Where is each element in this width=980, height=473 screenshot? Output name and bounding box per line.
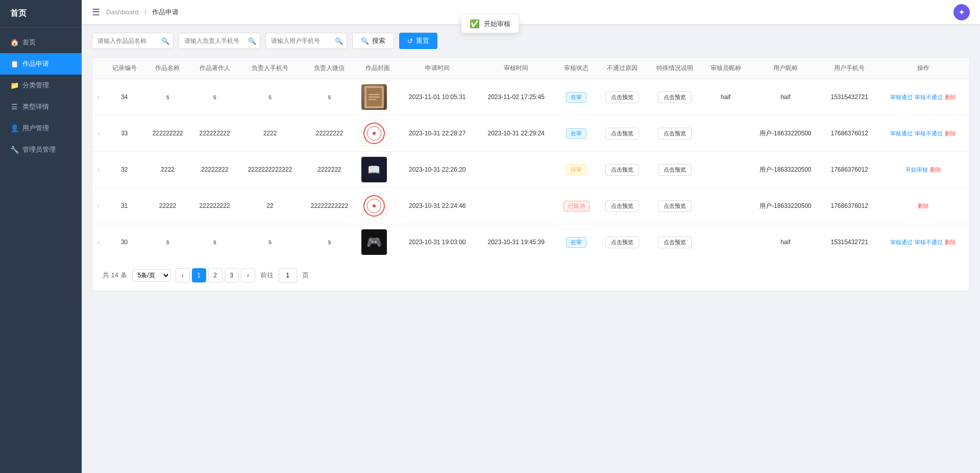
action-审核通过-link[interactable]: 审核通过 [890, 239, 913, 245]
table-header-row: 记录编号 作品名称 作品著作人 负责人手机号 负责人微信 作品封面 申请时间 审… [92, 58, 969, 79]
special-preview-btn[interactable]: 点击预览 [658, 91, 692, 103]
search-button[interactable]: 🔍 搜索 [352, 33, 394, 49]
row-expand-btn[interactable]: › [97, 203, 100, 209]
cell-user-name: 用户-18633220500 [749, 115, 822, 152]
page-1-button[interactable]: 1 [192, 268, 206, 282]
fail-reason-preview-btn[interactable]: 点击预览 [605, 200, 639, 212]
goto-input[interactable] [279, 268, 297, 282]
toast-text: 开始审核 [484, 19, 510, 29]
special-preview-btn[interactable]: 点击预览 [658, 236, 692, 248]
cell-actions: 开始审核删除 [877, 152, 969, 188]
cell-review-time: 2023-11-02 17:25:45 [477, 79, 555, 115]
breadcrumb: Dashboard / 作品申请 [104, 8, 181, 17]
sidebar-item-works[interactable]: 📋 作品申请 [0, 53, 82, 75]
cell-special: 点击预览 [648, 152, 702, 188]
cell-id: 30 [105, 224, 144, 261]
cell-author: 222222222 [191, 115, 238, 152]
sidebar-item-home[interactable]: 🏠 首页 [0, 32, 82, 53]
row-expand-btn[interactable]: › [97, 239, 100, 245]
cell-manager-wechat: s [302, 224, 357, 261]
action-删除-link[interactable]: 删除 [930, 167, 941, 173]
action-删除-link[interactable]: 删除 [918, 203, 929, 209]
cell-review-time [477, 152, 555, 188]
search-suffix-3: 🔍 [335, 37, 343, 45]
sidebar-item-home-label: 首页 [22, 38, 36, 47]
action-删除-link[interactable]: 删除 [945, 239, 956, 245]
breadcrumb-separator: / [144, 8, 146, 16]
cell-review-time: 2023-10-31 19:45:39 [477, 224, 555, 261]
cell-actions: 审核通过审核不通过删除 [877, 115, 969, 152]
row-expand-btn[interactable]: › [97, 130, 100, 136]
reset-icon: ↺ [407, 37, 413, 45]
pagination-area: 共 14 条 5条/页 10条/页 20条/页 ‹ 1 2 3 › 前往 页 [92, 260, 969, 291]
row-expand-btn[interactable]: › [97, 94, 100, 100]
fail-reason-preview-btn[interactable]: 点击预览 [605, 236, 639, 248]
menu-toggle-icon[interactable]: ☰ [92, 7, 100, 18]
action-删除-link[interactable]: 删除 [945, 94, 956, 100]
page-prev-button[interactable]: ‹ [176, 268, 190, 282]
header-right: ✦ [953, 4, 970, 20]
action-审核不通过-link[interactable]: 审核不通过 [915, 94, 943, 100]
special-preview-btn[interactable]: 点击预览 [658, 164, 692, 176]
action-审核通过-link[interactable]: 审核通过 [890, 94, 913, 100]
cell-manager-phone: s [238, 224, 302, 261]
table-row: › 32 2222 22222222 2222222222222 2222222… [92, 152, 969, 188]
header-left: ☰ Dashboard / 作品申请 [92, 7, 181, 18]
cell-cover [357, 115, 398, 152]
col-id: 记录编号 [105, 58, 144, 79]
action-删除-link[interactable]: 删除 [945, 130, 956, 136]
admin-icon: 🔧 [10, 146, 18, 154]
col-name: 作品名称 [144, 58, 191, 79]
action-开始审核-link[interactable]: 开始审核 [905, 167, 928, 173]
cell-id: 34 [105, 79, 144, 115]
special-preview-btn[interactable]: 点击预览 [658, 128, 692, 139]
avatar[interactable]: ✦ [953, 4, 970, 20]
sidebar-item-admin[interactable]: 🔧 管理员管理 [0, 139, 82, 160]
fail-reason-preview-btn[interactable]: 点击预览 [605, 164, 639, 176]
cell-user-phone: 17686376012 [822, 152, 877, 188]
page-2-button[interactable]: 2 [208, 268, 223, 282]
cell-review-time [477, 188, 555, 224]
cell-actions: 审核通过审核不通过删除 [877, 224, 969, 261]
row-expand-btn[interactable]: › [97, 167, 100, 173]
cell-manager-wechat: 22222222 [302, 115, 357, 152]
col-expand [92, 58, 105, 79]
cell-apply-time: 2023-10-31 19:03:00 [398, 224, 477, 261]
special-preview-btn[interactable]: 点击预览 [658, 200, 692, 212]
total-count: 共 14 条 [103, 271, 127, 280]
action-审核通过-link[interactable]: 审核通过 [890, 130, 913, 136]
action-审核不通过-link[interactable]: 审核不通过 [915, 130, 943, 136]
cell-apply-time: 2023-11-01 10:05:31 [398, 79, 477, 115]
fail-reason-preview-btn[interactable]: 点击预览 [605, 91, 639, 103]
header: ☰ Dashboard / 作品申请 ✅ 开始审核 ✦ [82, 0, 980, 25]
cell-fail-reason: 点击预览 [597, 115, 648, 152]
cell-name: 222222222 [144, 115, 191, 152]
input-wrapper-2: 🔍 [179, 33, 260, 49]
sidebar-item-category[interactable]: 📁 分类管理 [0, 75, 82, 96]
fail-reason-preview-btn[interactable]: 点击预览 [605, 128, 639, 139]
sidebar-item-users[interactable]: 👤 用户管理 [0, 117, 82, 139]
cell-fail-reason: 点击预览 [597, 188, 648, 224]
cell-status: 待审 [555, 152, 597, 188]
sidebar-item-type-label: 类型详情 [22, 102, 49, 111]
reset-button[interactable]: ↺ 重置 [399, 33, 437, 49]
col-reviewer: 审核员昵称 [702, 58, 749, 79]
page-next-button[interactable]: › [241, 268, 255, 282]
cell-user-phone: 17686376012 [822, 188, 877, 224]
cell-user-phone: 17686376012 [822, 115, 877, 152]
cell-reviewer [702, 152, 749, 188]
breadcrumb-root[interactable]: Dashboard [106, 8, 139, 16]
cell-manager-phone: 2222222222222 [238, 152, 302, 188]
input-wrapper-3: 🔍 [265, 33, 347, 49]
table-row: › 31 22222 222222222 22 22222222222 2023… [92, 188, 969, 224]
page-3-button[interactable]: 3 [225, 268, 239, 282]
cell-cover [357, 188, 398, 224]
cell-user-phone: 15315432721 [822, 224, 877, 261]
action-审核不通过-link[interactable]: 审核不通过 [915, 239, 943, 245]
cell-user-name: haif [749, 79, 822, 115]
page-size-select[interactable]: 5条/页 10条/页 20条/页 [132, 269, 170, 281]
sidebar-item-type[interactable]: ☰ 类型详情 [0, 96, 82, 117]
search-suffix-2: 🔍 [248, 37, 256, 45]
col-user-name: 用户昵称 [749, 58, 822, 79]
cell-id: 31 [105, 188, 144, 224]
